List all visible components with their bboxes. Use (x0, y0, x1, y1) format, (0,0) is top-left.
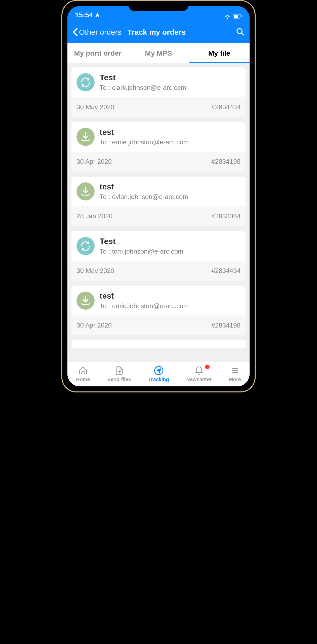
file-list[interactable]: Test To : clark.johnson@e-arc.com 30 May… (67, 63, 250, 361)
nav-send-files[interactable]: Send files (107, 366, 131, 382)
sync-icon (76, 237, 95, 255)
file-card[interactable]: Test To : clark.johnson@e-arc.com 30 May… (71, 67, 246, 117)
svg-rect-2 (241, 15, 242, 17)
file-recipient: To : ernie.johnston@e-arc.com (100, 138, 241, 146)
tracking-icon (154, 366, 164, 376)
file-id: #2833364 (211, 212, 241, 220)
file-date: 30 Apr 2020 (76, 321, 112, 329)
nav-home[interactable]: Home (76, 366, 90, 382)
nav-label: Home (76, 377, 90, 382)
more-icon (230, 366, 240, 376)
nav-tracking[interactable]: Tracking (148, 366, 169, 382)
file-title: Test (100, 73, 241, 82)
card-body: Test To : tom.johnson@e-arc.com (100, 237, 241, 255)
card-header: test To : ernie.johnston@e-arc.com (71, 286, 246, 315)
tab-my-mps[interactable]: My MPS (128, 43, 189, 63)
bottom-nav: Home Send files Tracking Newsletter (67, 361, 250, 386)
status-time: 15:54 (75, 11, 93, 19)
file-card[interactable]: test To : ernie.johnston@e-arc.com 30 Ap… (71, 122, 246, 172)
card-header: test To : dylan.johnson@e-arc.com (71, 177, 246, 206)
home-icon (78, 366, 88, 376)
search-button[interactable] (236, 27, 245, 37)
tab-label: My MPS (145, 49, 172, 57)
card-body: test To : ernie.johnston@e-arc.com (100, 128, 241, 146)
file-card-partial[interactable] (71, 340, 246, 348)
svg-rect-1 (234, 15, 238, 18)
screen: 15:54 Other orders Track my orders My pr… (67, 6, 250, 386)
notification-badge (205, 365, 210, 369)
send-files-icon (114, 366, 124, 376)
tab-my-file[interactable]: My file (189, 43, 250, 63)
file-recipient: To : clark.johnson@e-arc.com (100, 84, 241, 92)
card-header: Test To : clark.johnson@e-arc.com (71, 67, 246, 97)
file-date: 30 May 2020 (76, 267, 114, 275)
tabs: My print order My MPS My file (67, 43, 250, 63)
card-footer: 30 Apr 2020 #2834198 (71, 315, 246, 335)
file-card[interactable]: test To : dylan.johnson@e-arc.com 28 Jan… (71, 177, 246, 226)
status-time-group: 15:54 (75, 11, 100, 19)
file-card[interactable]: Test To : tom.johnson@e-arc.com 30 May 2… (71, 231, 246, 281)
download-icon (76, 292, 95, 310)
file-id: #2834198 (211, 158, 241, 166)
nav-label: Newsletter (186, 377, 212, 382)
search-icon (236, 27, 245, 36)
file-date: 28 Jan 2020 (76, 212, 112, 220)
nav-more[interactable]: More (229, 366, 241, 382)
phone-frame: 15:54 Other orders Track my orders My pr… (61, 0, 256, 392)
download-icon (76, 182, 95, 200)
card-header: Test To : tom.johnson@e-arc.com (71, 231, 246, 261)
battery-icon (233, 14, 242, 19)
tab-my-print-order[interactable]: My print order (67, 43, 128, 63)
nav-label: More (229, 377, 241, 382)
file-recipient: To : dylan.johnson@e-arc.com (100, 193, 241, 201)
tab-label: My file (208, 49, 230, 57)
card-header: test To : ernie.johnston@e-arc.com (71, 122, 246, 152)
svg-line-4 (241, 33, 244, 35)
file-card[interactable]: test To : ernie.johnston@e-arc.com 30 Ap… (71, 286, 246, 335)
tab-label: My print order (74, 49, 122, 57)
back-label: Other orders (79, 28, 121, 36)
nav-label: Tracking (148, 377, 169, 382)
sync-icon (76, 73, 95, 91)
back-button[interactable]: Other orders (72, 28, 121, 36)
file-id: #2834434 (211, 103, 241, 111)
card-footer: 30 Apr 2020 #2834198 (71, 152, 246, 172)
nav-newsletter[interactable]: Newsletter (186, 366, 212, 382)
card-footer: 28 Jan 2020 #2833364 (71, 206, 246, 226)
file-title: test (100, 291, 241, 301)
status-indicators (224, 14, 242, 19)
file-title: Test (100, 237, 241, 246)
chevron-left-icon (72, 28, 78, 36)
file-recipient: To : ernie.johnston@e-arc.com (100, 302, 241, 310)
location-icon (95, 12, 100, 18)
file-title: test (100, 128, 241, 137)
file-id: #2834198 (211, 321, 241, 329)
card-body: test To : ernie.johnston@e-arc.com (100, 291, 241, 310)
card-footer: 30 May 2020 #2834434 (71, 97, 246, 117)
card-body: Test To : clark.johnson@e-arc.com (100, 73, 241, 92)
phone-notch (128, 1, 189, 11)
nav-label: Send files (107, 377, 131, 382)
file-id: #2834434 (211, 267, 241, 275)
file-date: 30 Apr 2020 (76, 158, 112, 166)
file-date: 30 May 2020 (76, 103, 114, 111)
card-body: test To : dylan.johnson@e-arc.com (100, 182, 241, 201)
download-icon (76, 128, 95, 146)
nav-header: Other orders Track my orders (67, 21, 250, 43)
page-title: Track my orders (127, 28, 186, 36)
newsletter-icon (194, 366, 204, 376)
file-recipient: To : tom.johnson@e-arc.com (100, 248, 241, 255)
file-title: test (100, 182, 241, 191)
card-footer: 30 May 2020 #2834434 (71, 261, 246, 281)
wifi-icon (224, 14, 231, 19)
